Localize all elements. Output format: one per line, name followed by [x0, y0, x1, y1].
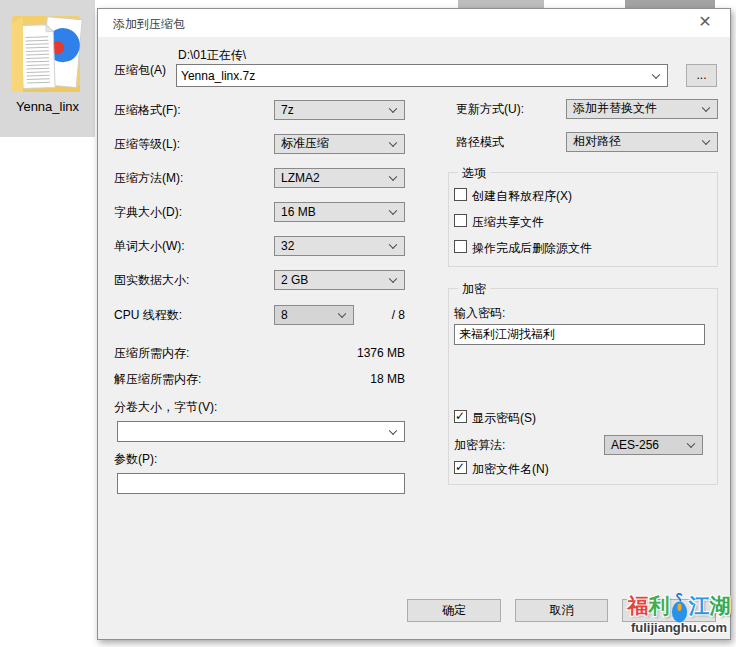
level-label: 压缩等级(L):: [114, 137, 180, 152]
cpu-threads-select[interactable]: 8: [274, 305, 354, 325]
memory-compress-value: 1376 MB: [278, 346, 405, 361]
dictionary-size-value: 16 MB: [281, 205, 316, 219]
level-select[interactable]: 标准压缩: [274, 134, 405, 154]
password-label: 输入密码:: [454, 306, 505, 321]
background-window-fragment: [625, 0, 715, 8]
cancel-button[interactable]: 取消: [515, 599, 608, 622]
folder-icon[interactable]: [9, 10, 87, 98]
dialog-title: 添加到压缩包: [113, 16, 185, 33]
folder-icon-graphic: [9, 10, 87, 98]
help-button-covered[interactable]: [622, 599, 716, 622]
screen: Yenna_linx 添加到压缩包 ✕ 压缩包(A) D:\01正在传\ ...…: [0, 0, 736, 647]
memory-decompress-label: 解压缩所需内存:: [114, 372, 201, 387]
volume-size-combobox[interactable]: [117, 421, 405, 442]
dictionary-size-select[interactable]: 16 MB: [274, 202, 405, 222]
archive-dir-path: D:\01正在传\: [178, 48, 246, 63]
cpu-threads-label: CPU 线程数:: [114, 308, 182, 323]
path-mode-select[interactable]: 相对路径: [566, 132, 718, 152]
chevron-down-icon: [389, 172, 397, 180]
chevron-down-icon: [389, 206, 397, 214]
word-size-label: 单词大小(W):: [114, 239, 185, 254]
method-label: 压缩方法(M):: [114, 171, 183, 186]
chevron-down-icon: [702, 103, 710, 111]
background-window-fragment: [458, 0, 544, 8]
options-group-title: 选项: [458, 165, 490, 182]
level-value: 标准压缩: [281, 135, 329, 152]
method-value: LZMA2: [281, 171, 320, 185]
checkbox-delete-after-label[interactable]: 操作完成后删除源文件: [472, 240, 592, 257]
path-mode-label: 路径模式: [456, 135, 504, 150]
browse-button[interactable]: ...: [686, 64, 717, 87]
chevron-down-icon: [389, 138, 397, 146]
volume-size-input[interactable]: [122, 422, 382, 441]
chevron-down-icon: [702, 136, 710, 144]
encryption-group-title: 加密: [458, 281, 490, 298]
cpu-threads-total: / 8: [348, 308, 405, 323]
chevron-down-icon: [389, 240, 397, 248]
dictionary-size-label: 字典大小(D):: [114, 205, 182, 220]
archive-name-input[interactable]: [181, 65, 645, 86]
volume-size-label: 分卷大小，字节(V):: [114, 400, 217, 415]
encryption-method-label: 加密算法:: [454, 438, 505, 453]
chevron-down-icon: [389, 274, 397, 282]
word-size-select[interactable]: 32: [274, 236, 405, 256]
format-select[interactable]: 7z: [274, 100, 405, 120]
parameters-field[interactable]: [117, 473, 405, 494]
format-value: 7z: [281, 103, 294, 117]
parameters-input[interactable]: [122, 474, 400, 493]
dialog-titlebar[interactable]: 添加到压缩包 ✕: [98, 9, 730, 37]
update-mode-label: 更新方式(U):: [456, 102, 524, 117]
checkbox-create-sfx-label[interactable]: 创建自释放程序(X): [472, 188, 572, 205]
ok-button[interactable]: 确定: [407, 599, 501, 622]
update-mode-value: 添加并替换文件: [573, 100, 657, 117]
checkbox-shared-files[interactable]: [454, 214, 467, 227]
encryption-method-value: AES-256: [611, 438, 659, 452]
chevron-down-icon: [687, 439, 695, 447]
path-mode-value: 相对路径: [573, 133, 621, 150]
parameters-label: 参数(P):: [114, 452, 157, 467]
checkbox-encrypt-names[interactable]: [454, 461, 467, 474]
checkbox-delete-after[interactable]: [454, 240, 467, 253]
memory-compress-label: 压缩所需内存:: [114, 346, 189, 361]
archive-name-combobox[interactable]: [176, 64, 668, 87]
checkbox-encrypt-names-label[interactable]: 加密文件名(N): [472, 461, 549, 478]
checkbox-shared-files-label[interactable]: 压缩共享文件: [472, 214, 544, 231]
checkbox-show-password[interactable]: [454, 410, 467, 423]
chevron-down-icon[interactable]: [389, 426, 397, 434]
memory-decompress-value: 18 MB: [278, 372, 405, 387]
add-to-archive-dialog: 添加到压缩包 ✕ 压缩包(A) D:\01正在传\ ... 压缩格式(F): 7…: [97, 8, 731, 640]
solid-block-size-select[interactable]: 2 GB: [274, 270, 405, 290]
encryption-method-select[interactable]: AES-256: [604, 435, 703, 455]
format-label: 压缩格式(F):: [114, 103, 181, 118]
folder-name-label: Yenna_linx: [0, 99, 95, 114]
checkbox-show-password-label[interactable]: 显示密码(S): [472, 410, 536, 427]
chevron-down-icon: [389, 104, 397, 112]
password-input[interactable]: [459, 325, 700, 344]
cpu-threads-value: 8: [281, 308, 288, 322]
chevron-down-icon: [338, 309, 346, 317]
password-field[interactable]: [454, 324, 705, 345]
chevron-down-icon[interactable]: [652, 70, 660, 78]
close-icon[interactable]: ✕: [688, 9, 722, 37]
solid-block-size-value: 2 GB: [281, 273, 308, 287]
update-mode-select[interactable]: 添加并替换文件: [566, 99, 718, 119]
word-size-value: 32: [281, 239, 294, 253]
method-select[interactable]: LZMA2: [274, 168, 405, 188]
checkbox-create-sfx[interactable]: [454, 188, 467, 201]
solid-block-size-label: 固实数据大小:: [114, 273, 189, 288]
archive-label: 压缩包(A): [114, 63, 166, 78]
